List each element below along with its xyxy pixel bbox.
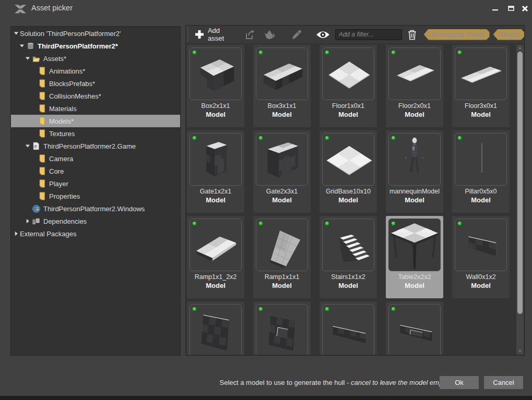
asset-grid-scrollbar[interactable]: ▲ ▼: [516, 45, 524, 355]
trash-icon: [407, 29, 417, 40]
tree-item-thirdpersonplatformer2-game[interactable]: #ThirdPersonPlatformer2.Game: [11, 140, 180, 152]
clear-filter-button[interactable]: [404, 27, 420, 42]
cancel-button[interactable]: Cancel: [484, 376, 523, 389]
tree-item-label: Player: [49, 180, 68, 188]
expander-down-icon[interactable]: [13, 30, 19, 37]
tree-item-animations[interactable]: Animations*: [11, 65, 180, 77]
tree-item-label: BlocksPrefabs*: [49, 80, 95, 88]
tree-item-collisionmeshes[interactable]: CollisionMeshes*: [11, 90, 180, 102]
asset-card-floor3x0x1[interactable]: Floor3x0x1Model: [452, 45, 510, 127]
tree-item-assets[interactable]: Assets*: [11, 52, 180, 65]
asset-card-partial-18[interactable]: [386, 301, 443, 355]
tree-item-external-packages[interactable]: External Packages: [11, 227, 180, 240]
wall-thin-thumbnail: [322, 304, 374, 355]
ok-button[interactable]: Ok: [440, 376, 479, 389]
status-ok-dot: [258, 136, 263, 140]
csharp-icon: #: [32, 142, 40, 150]
title-bar[interactable]: Asset picker: [0, 0, 532, 17]
minimize-button[interactable]: [489, 2, 502, 15]
tree-item-textures[interactable]: Textures: [11, 127, 180, 140]
tree-item-dependencies[interactable]: Dependencies: [11, 215, 180, 227]
maximize-button[interactable]: [504, 2, 518, 15]
expander-right-icon[interactable]: [13, 231, 19, 237]
expander-right-icon[interactable]: [24, 218, 31, 225]
add-asset-button[interactable]: Add asset: [191, 27, 241, 42]
tree-item-blocksprefabs[interactable]: BlocksPrefabs*: [11, 77, 180, 90]
window-bottom-edge: [0, 396, 532, 400]
scrollbar-thumb[interactable]: [517, 52, 523, 314]
expander-spacer: [30, 168, 37, 175]
asset-card-floor2x0x1[interactable]: Floor2x0x1Model: [386, 45, 443, 127]
asset-card-mannequinmodel[interactable]: mannequinModelModel: [386, 130, 443, 213]
tree-item-models[interactable]: Models*: [11, 115, 180, 127]
status-ok-dot: [391, 136, 396, 140]
tree-item-player[interactable]: Player: [11, 177, 180, 190]
asset-card-box2x1x1[interactable]: Box2x1x1Model: [187, 45, 244, 127]
asset-name-label: Gate2x3x1: [254, 188, 310, 195]
asset-card-partial-17[interactable]: [320, 301, 377, 355]
asset-card-stairs1x1x2[interactable]: Stairs1x1x2Model: [320, 216, 377, 298]
status-ok-dot: [457, 136, 462, 140]
tree-item-core[interactable]: Core: [11, 165, 180, 177]
asset-card-box3x1x1[interactable]: Box3x1x1Model: [253, 45, 311, 127]
toolbar-grip[interactable]: [187, 28, 190, 41]
expander-spacer: [30, 180, 37, 187]
asset-name-label: Gate1x2x1: [188, 188, 243, 195]
asset-card-table2x2x2[interactable]: Table2x2x2Model: [386, 216, 443, 298]
asset-card-gate2x3x1[interactable]: Gate2x3x1Model: [253, 130, 311, 213]
filter-tag-procedural-model[interactable]: Procedural Model: [424, 29, 490, 40]
close-button[interactable]: [518, 2, 531, 15]
asset-card-ramp1x1x1[interactable]: Ramp1x1x1Model: [253, 216, 311, 298]
asset-card-floor1x0x1[interactable]: Floor1x0x1Model: [320, 45, 377, 127]
filter-input[interactable]: [335, 29, 402, 40]
teapot-icon: [263, 29, 276, 40]
scroll-down-arrow-icon[interactable]: ▼: [516, 348, 524, 355]
asset-type-label: Model: [321, 282, 376, 289]
teapot-button[interactable]: [259, 27, 279, 42]
tree-item-thirdpersonplatformer2-windows[interactable]: ThirdPersonPlatformer2.Windows: [11, 202, 180, 215]
table-thumbnail: [388, 219, 441, 271]
tree-item-camera[interactable]: Camera: [11, 152, 180, 165]
expander-spacer: [24, 205, 31, 212]
gate-1x2x1-thumbnail: [190, 133, 242, 186]
stride-logo-icon: [14, 4, 27, 13]
status-ok-dot: [192, 50, 197, 55]
asset-type-label: Model: [387, 282, 442, 289]
status-ok-dot: [457, 50, 462, 55]
asset-card-gate1x2x1[interactable]: Gate1x2x1Model: [187, 130, 244, 213]
status-ok-dot: [258, 307, 263, 311]
assets-panel: Add asset: [185, 25, 525, 356]
edit-tags-button[interactable]: [287, 27, 306, 42]
folder-icon: [38, 179, 46, 188]
status-ok-dot: [258, 50, 263, 55]
tree-item-properties[interactable]: Properties: [11, 190, 180, 202]
folder-icon: [38, 104, 46, 113]
asset-card-ramp1x1-2x2[interactable]: Ramp1x1_2x2Model: [187, 216, 244, 298]
view-options-button[interactable]: [313, 27, 333, 42]
asset-card-pillar0x5x0[interactable]: Pillar0x5x0Model: [452, 130, 510, 213]
asset-name-label: Box2x1x1: [188, 102, 243, 110]
filter-tag-model[interactable]: Model: [493, 29, 524, 40]
folder-icon: [38, 79, 46, 88]
scroll-up-arrow-icon[interactable]: ▲: [516, 45, 524, 51]
asset-card-partial-15[interactable]: [187, 301, 244, 355]
asset-card-gridbase10x10[interactable]: GridBase10x10Model: [320, 130, 377, 213]
tree-item-thirdpersonplatformer2[interactable]: ThirdPersonPlatformer2*: [11, 40, 180, 52]
asset-name-label: GridBase10x10: [321, 188, 376, 195]
wall-angled-thumbnail: [455, 219, 507, 271]
expander-down-icon[interactable]: [18, 43, 25, 50]
status-ok-dot: [192, 307, 197, 311]
box-3x1x1-thumbnail: [256, 47, 308, 100]
asset-card-wall0x1x2[interactable]: Wall0x1x2Model: [452, 216, 510, 298]
expander-down-icon[interactable]: [24, 143, 31, 150]
import-asset-button[interactable]: [241, 27, 259, 42]
tree-item-solution-thirdpersonplatformer2[interactable]: Solution 'ThirdPersonPlatformer2': [11, 27, 180, 40]
asset-card-partial-16[interactable]: [253, 301, 311, 355]
expander-down-icon[interactable]: [24, 55, 31, 62]
tree-item-label: External Packages: [19, 230, 76, 238]
expander-spacer: [30, 155, 37, 162]
pencil-icon: [290, 28, 303, 41]
tree-item-materials[interactable]: Materials: [11, 102, 180, 115]
asset-name-label: Floor1x0x1: [321, 102, 376, 110]
import-icon: [244, 28, 256, 41]
